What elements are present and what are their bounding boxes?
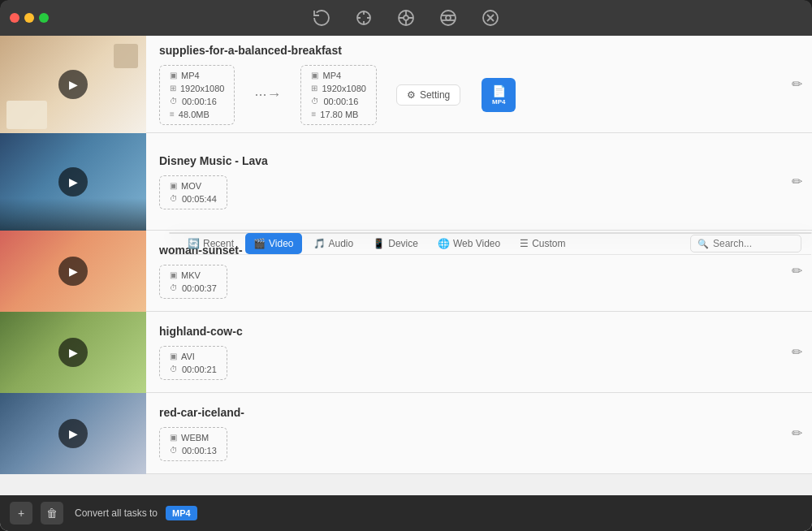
file-info-5: red-car-iceland- ▣ WEBM ⏱ 00:00:13 xyxy=(146,396,792,471)
tab-audio[interactable]: 🎵 Audio xyxy=(305,233,362,254)
format-icon-2: ▣ xyxy=(170,181,177,190)
edit-button-3[interactable]: ✏ xyxy=(792,263,802,278)
file-thumbnail[interactable]: ▶ xyxy=(0,36,146,133)
search-icon: 🔍 xyxy=(698,239,709,249)
search-input[interactable] xyxy=(713,238,794,249)
file-dest: ▣ MP4 ⊞ 1920x1080 ⏱ 00:00:16 ≡ xyxy=(300,65,376,125)
size-meta: ≡ 48.0MB xyxy=(170,110,224,119)
clock-icon: ⏱ xyxy=(170,97,178,106)
custom-icon: ☰ xyxy=(520,238,529,249)
dest-resolution-meta: ⊞ 1920x1080 xyxy=(311,84,365,93)
play-button-3[interactable]: ▶ xyxy=(58,257,88,286)
video-icon: 🎬 xyxy=(253,238,266,249)
search-box[interactable]: 🔍 xyxy=(690,235,801,253)
file-list: ▶ supplies-for-a-balanced-breakfast ▣ MP… xyxy=(0,36,812,495)
maximize-dot[interactable] xyxy=(39,13,49,23)
svg-point-2 xyxy=(404,15,408,20)
format-panel: 🔄 Recent 🎬 Video 🎵 Audio 📱 Device xyxy=(169,232,812,234)
minimize-dot[interactable] xyxy=(24,13,34,23)
format-meta-2: ▣ MOV xyxy=(170,181,217,191)
file-source-5: ▣ WEBM ⏱ 00:00:13 xyxy=(159,427,227,461)
tab-web-video[interactable]: 🌐 Web Video xyxy=(430,233,508,254)
file-item: ▶ supplies-for-a-balanced-breakfast ▣ MP… xyxy=(0,36,812,133)
play-button-5[interactable]: ▶ xyxy=(58,419,88,448)
play-button[interactable]: ▶ xyxy=(58,70,88,99)
web-icon: 🌐 xyxy=(438,238,450,249)
bottom-bar: + 🗑 Convert all tasks to MP4 xyxy=(0,495,812,531)
tab-device[interactable]: 📱 Device xyxy=(365,233,426,254)
edit-button-4[interactable]: ✏ xyxy=(792,344,802,360)
close-dot[interactable] xyxy=(10,13,19,23)
duration-meta: ⏱ 00:00:16 xyxy=(170,97,224,106)
format-selector[interactable]: MP4 xyxy=(166,506,197,520)
dest-duration-meta: ⏱ 00:00:16 xyxy=(311,97,365,106)
dest-size-meta: ≡ 17.80 MB xyxy=(311,110,365,119)
dest-format-icon: ▣ xyxy=(311,71,318,80)
file-name-4: highland-cow-c xyxy=(159,325,779,338)
clock-icon-2: ⏱ xyxy=(170,194,178,203)
file-item-5: ▶ red-car-iceland- ▣ WEBM ⏱ 00:00:13 xyxy=(0,393,812,474)
output-format-icon: 📄 MP4 xyxy=(482,78,516,112)
file-meta-row-4: ▣ AVI ⏱ 00:00:21 xyxy=(159,346,779,380)
convert-label: Convert all tasks to xyxy=(75,507,158,519)
add-file-button[interactable]: + xyxy=(10,502,32,525)
file-thumbnail-4[interactable]: ▶ xyxy=(0,312,146,393)
edit-button[interactable]: ✏ xyxy=(792,76,802,92)
titlebar xyxy=(0,0,812,36)
file-name-2: Disney Music - Lava xyxy=(159,154,779,167)
film-icon[interactable] xyxy=(395,6,417,29)
dest-format-meta: ▣ MP4 xyxy=(311,71,365,80)
dest-clock-icon: ⏱ xyxy=(311,97,319,106)
file-icon: 📄 xyxy=(492,84,506,97)
resolution-icon: ⊞ xyxy=(170,84,176,93)
format-icon-3: ▣ xyxy=(170,270,177,279)
gear-icon: ⚙ xyxy=(407,89,416,101)
tab-custom[interactable]: ☰ Custom xyxy=(512,233,573,254)
edit-button-5[interactable]: ✏ xyxy=(792,425,802,441)
edit-button-2[interactable]: ✏ xyxy=(792,174,802,189)
toolbar-icons xyxy=(310,6,502,29)
format-icon-5: ▣ xyxy=(170,433,177,442)
film-settings-icon[interactable] xyxy=(437,6,460,29)
file-meta-row-5: ▣ WEBM ⏱ 00:00:13 xyxy=(159,427,779,461)
play-button-4[interactable]: ▶ xyxy=(58,338,88,367)
tab-recent[interactable]: 🔄 Recent xyxy=(179,233,242,254)
play-button-2[interactable]: ▶ xyxy=(58,167,88,196)
resolution-meta: ⊞ 1920x1080 xyxy=(170,84,224,93)
dest-resolution-icon: ⊞ xyxy=(311,84,317,93)
size-icon: ≡ xyxy=(170,110,175,119)
window-controls xyxy=(10,13,49,23)
clock-icon-3: ⏱ xyxy=(170,283,178,292)
file-source: ▣ MP4 ⊞ 1920x1080 ⏱ 00:00:16 ≡ xyxy=(159,65,235,125)
delete-file-button[interactable]: 🗑 xyxy=(41,502,63,525)
audio-icon: 🎵 xyxy=(313,238,326,249)
file-name: supplies-for-a-balanced-breakfast xyxy=(159,44,779,57)
file-thumbnail-2[interactable]: ▶ xyxy=(0,133,146,231)
file-item-4: ▶ highland-cow-c ▣ AVI ⏱ 00:00:21 xyxy=(0,312,812,393)
main-content: ▶ supplies-for-a-balanced-breakfast ▣ MP… xyxy=(0,36,812,531)
setting-button[interactable]: ⚙ Setting xyxy=(396,84,460,106)
rotate-icon[interactable] xyxy=(310,6,333,29)
file-info-4: highland-cow-c ▣ AVI ⏱ 00:00:21 xyxy=(146,315,792,390)
device-icon: 📱 xyxy=(373,238,385,249)
tab-video[interactable]: 🎬 Video xyxy=(245,233,301,254)
file-info-2: Disney Music - Lava ▣ MOV ⏱ 00:05:44 xyxy=(146,145,792,219)
refresh-icon[interactable] xyxy=(352,6,375,29)
format-meta: ▣ MP4 xyxy=(170,71,224,80)
file-thumbnail-3[interactable]: ▶ xyxy=(0,231,146,312)
format-icon: ▣ xyxy=(170,71,177,80)
format-icon-4: ▣ xyxy=(170,352,177,360)
file-source-2: ▣ MOV ⏱ 00:05:44 xyxy=(159,175,227,209)
file-thumbnail-5[interactable]: ▶ xyxy=(0,393,146,474)
recent-icon: 🔄 xyxy=(188,238,200,249)
file-source-4: ▣ AVI ⏱ 00:00:21 xyxy=(159,346,227,380)
svg-point-3 xyxy=(441,11,456,25)
clock-icon-5: ⏱ xyxy=(170,446,178,455)
file-meta-row-3: ▣ MKV ⏱ 00:00:37 xyxy=(159,265,779,299)
file-info: supplies-for-a-balanced-breakfast ▣ MP4 … xyxy=(146,36,792,135)
clock-icon-4: ⏱ xyxy=(170,365,178,373)
arrow-icon: ···→ xyxy=(254,86,281,103)
film-cut-icon[interactable] xyxy=(479,6,502,29)
dest-size-icon: ≡ xyxy=(311,110,316,119)
file-meta-row: ▣ MP4 ⊞ 1920x1080 ⏱ 00:00:16 ≡ xyxy=(159,65,779,125)
